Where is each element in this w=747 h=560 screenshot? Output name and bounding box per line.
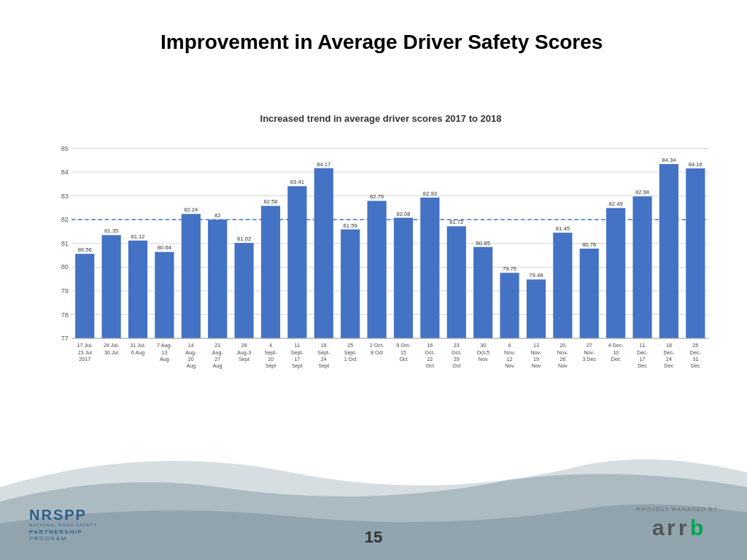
svg-text:82.79: 82.79 bbox=[370, 193, 384, 200]
svg-text:28: 28 bbox=[241, 343, 247, 349]
nrspp-text: NRSPP bbox=[29, 508, 97, 522]
svg-text:1 Oct: 1 Oct bbox=[344, 357, 357, 362]
svg-rect-86 bbox=[420, 198, 439, 338]
svg-text:30: 30 bbox=[480, 343, 486, 349]
svg-text:Aug-: Aug- bbox=[212, 350, 224, 356]
svg-text:27: 27 bbox=[214, 357, 220, 362]
svg-text:Dec: Dec bbox=[611, 357, 621, 362]
svg-text:6 Aug: 6 Aug bbox=[131, 350, 144, 356]
svg-text:Oct-: Oct- bbox=[452, 350, 462, 356]
svg-rect-131 bbox=[632, 196, 651, 338]
nrspp-logo: NRSPP NATIONAL ROAD SAFETY PARTNERSHIP P… bbox=[29, 508, 97, 542]
svg-text:Nov: Nov bbox=[505, 363, 514, 369]
page-number: 15 bbox=[365, 528, 382, 547]
svg-text:17: 17 bbox=[640, 357, 646, 362]
svg-text:Sept: Sept bbox=[266, 363, 276, 369]
svg-text:11: 11 bbox=[294, 343, 300, 349]
svg-rect-143 bbox=[686, 168, 705, 338]
svg-text:Sept-: Sept- bbox=[317, 350, 330, 356]
svg-text:84.34: 84.34 bbox=[662, 157, 676, 163]
svg-text:Dec: Dec bbox=[638, 363, 647, 369]
svg-text:Sept: Sept bbox=[239, 357, 249, 362]
svg-rect-72 bbox=[341, 230, 360, 338]
svg-text:Nov: Nov bbox=[532, 363, 541, 369]
svg-text:11: 11 bbox=[640, 343, 646, 349]
svg-text:16: 16 bbox=[427, 343, 433, 349]
svg-text:Aug: Aug bbox=[186, 363, 196, 369]
svg-text:21: 21 bbox=[214, 343, 220, 349]
svg-text:81.45: 81.45 bbox=[556, 225, 570, 232]
svg-rect-49 bbox=[234, 243, 253, 338]
svg-text:9 Oct-: 9 Oct- bbox=[396, 343, 411, 349]
chart-container: 77787980818283848580.5617 Jul-23 Jul2017… bbox=[44, 130, 718, 405]
svg-text:2 Oct-: 2 Oct- bbox=[370, 343, 384, 349]
svg-text:8 Oct: 8 Oct bbox=[371, 350, 383, 356]
svg-rect-121 bbox=[580, 249, 599, 338]
svg-text:Oct: Oct bbox=[426, 363, 434, 369]
svg-text:a: a bbox=[652, 516, 665, 540]
svg-text:24: 24 bbox=[321, 357, 327, 362]
nrspp-sub: NATIONAL ROAD SAFETY bbox=[29, 523, 97, 527]
svg-text:Dec-: Dec- bbox=[663, 350, 675, 356]
svg-rect-81 bbox=[394, 218, 413, 338]
svg-text:79: 79 bbox=[61, 287, 69, 295]
svg-text:Nov-: Nov- bbox=[584, 350, 595, 356]
svg-rect-19 bbox=[75, 254, 94, 338]
title-area: Improvement in Average Driver Safety Sco… bbox=[160, 29, 689, 55]
svg-text:r: r bbox=[667, 516, 676, 540]
svg-text:6: 6 bbox=[508, 343, 511, 349]
svg-text:85: 85 bbox=[61, 145, 69, 152]
slide: Improvement in Average Driver Safety Sco… bbox=[0, 0, 747, 560]
svg-text:4 Dec-: 4 Dec- bbox=[608, 343, 624, 349]
partnership-text: PARTNERSHIP bbox=[29, 529, 97, 535]
svg-text:77: 77 bbox=[61, 335, 69, 342]
svg-text:15: 15 bbox=[400, 350, 406, 356]
svg-rect-77 bbox=[367, 201, 386, 339]
svg-text:Nov: Nov bbox=[558, 363, 568, 369]
svg-text:82.08: 82.08 bbox=[396, 211, 410, 217]
svg-text:81: 81 bbox=[61, 240, 69, 247]
svg-rect-126 bbox=[606, 208, 625, 338]
svg-text:13: 13 bbox=[533, 343, 539, 349]
svg-rect-98 bbox=[473, 247, 492, 338]
svg-text:b: b bbox=[690, 516, 704, 540]
svg-text:29: 29 bbox=[454, 357, 460, 362]
svg-text:24 Jul-: 24 Jul- bbox=[104, 343, 120, 349]
svg-text:82.93: 82.93 bbox=[423, 190, 437, 197]
svg-text:Sept-: Sept- bbox=[291, 350, 304, 356]
svg-text:82.49: 82.49 bbox=[609, 201, 623, 207]
svg-rect-37 bbox=[182, 214, 201, 338]
svg-text:10: 10 bbox=[613, 350, 619, 356]
svg-text:79.76: 79.76 bbox=[503, 265, 516, 272]
svg-text:79.48: 79.48 bbox=[529, 272, 543, 279]
svg-text:Sept-: Sept- bbox=[264, 350, 277, 356]
svg-text:19: 19 bbox=[533, 357, 539, 362]
svg-text:Nov-: Nov- bbox=[504, 350, 516, 356]
svg-text:22: 22 bbox=[427, 357, 433, 362]
svg-rect-28 bbox=[128, 241, 147, 338]
chart-title: Increased trend in average driver scores… bbox=[44, 113, 718, 124]
svg-text:Nov-: Nov- bbox=[530, 350, 542, 356]
svg-text:78: 78 bbox=[61, 311, 69, 319]
svg-text:81.72: 81.72 bbox=[449, 219, 463, 225]
svg-text:r: r bbox=[678, 516, 688, 540]
svg-text:82.24: 82.24 bbox=[184, 206, 198, 213]
svg-text:80.78: 80.78 bbox=[582, 241, 596, 248]
svg-text:Oct: Oct bbox=[452, 363, 460, 369]
svg-text:81.35: 81.35 bbox=[104, 228, 118, 234]
svg-text:20: 20 bbox=[560, 343, 565, 349]
svg-text:31 Jul-: 31 Jul- bbox=[130, 343, 146, 349]
svg-text:4: 4 bbox=[269, 343, 272, 349]
svg-text:82.98: 82.98 bbox=[635, 189, 649, 195]
svg-text:Oct: Oct bbox=[399, 357, 407, 362]
svg-text:81.59: 81.59 bbox=[344, 222, 357, 229]
svg-text:13: 13 bbox=[161, 350, 167, 356]
svg-text:Nov-: Nov- bbox=[557, 350, 569, 356]
svg-text:Aug: Aug bbox=[160, 357, 169, 362]
svg-text:82: 82 bbox=[214, 212, 221, 219]
svg-rect-66 bbox=[314, 168, 333, 338]
svg-rect-103 bbox=[500, 273, 519, 338]
svg-text:84.16: 84.16 bbox=[689, 161, 703, 168]
svg-text:80.64: 80.64 bbox=[158, 244, 172, 251]
svg-text:23 Jul: 23 Jul bbox=[78, 350, 92, 356]
